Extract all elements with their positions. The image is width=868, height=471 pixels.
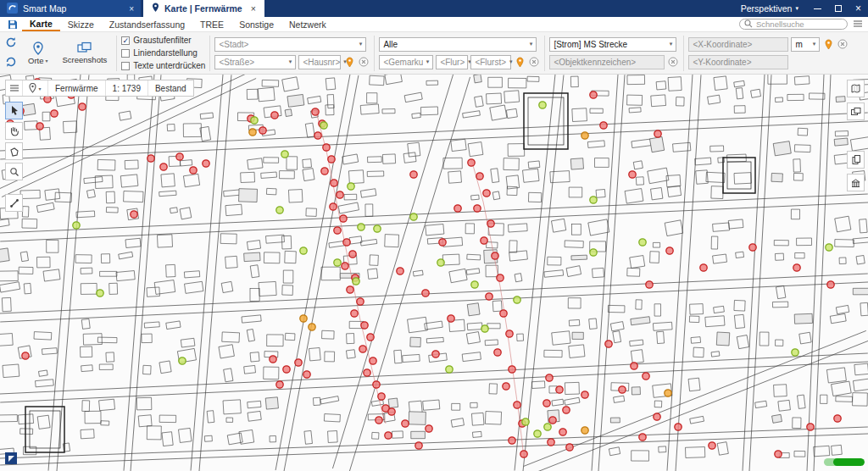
perspectives-menu[interactable]: Perspektiven ▾: [741, 3, 798, 14]
app-tab[interactable]: Smart Map ×: [0, 0, 141, 17]
chevron-down-icon: ▾: [795, 5, 798, 12]
search-icon: [744, 19, 753, 30]
orte-button[interactable]: Orte▾: [23, 34, 53, 73]
polygon-select-tool-button[interactable]: [5, 142, 23, 160]
doc-tab-close-icon[interactable]: ×: [251, 3, 256, 14]
perspectives-label: Perspektiven: [741, 3, 793, 14]
search-input[interactable]: [756, 19, 843, 29]
sync-button[interactable]: [5, 56, 17, 69]
quick-save-button[interactable]: [3, 17, 22, 31]
main-toolbar: Orte▾ Screenshots ✓ Graustufenfilter Lin…: [0, 32, 868, 75]
flur-dropdown[interactable]: <Flur> ▾: [436, 55, 468, 69]
chevron-down-icon: ▾: [813, 41, 816, 47]
ribbon-tab-bar: Karte Skizze Zustandserfassung TREE Sons…: [0, 17, 868, 32]
flurst-dropdown[interactable]: <Flurst> ▾: [470, 55, 511, 69]
map-pin-dropdown[interactable]: ▾: [23, 80, 48, 96]
progress-fill: [833, 458, 865, 466]
chevron-down-icon: ▾: [509, 58, 513, 65]
ribbon-menu-icon[interactable]: [853, 19, 863, 30]
app-logo-icon: [7, 3, 18, 15]
measure-tool-button[interactable]: [5, 194, 23, 212]
tab-label: TREE: [200, 19, 224, 30]
checkbox-label: Graustufenfilter: [133, 36, 191, 45]
locate-coordinate-button[interactable]: [822, 39, 834, 50]
map-drawing[interactable]: [0, 75, 868, 471]
clear-objekt-button[interactable]: [667, 57, 679, 67]
hausnr-dropdown[interactable]: <Hausnr> ▾: [298, 55, 341, 69]
checkbox-box[interactable]: [121, 49, 130, 58]
map-menu-button[interactable]: [6, 80, 23, 96]
chevron-down-icon: ▾: [530, 41, 533, 47]
locate-parcel-button[interactable]: [514, 57, 526, 68]
ribbon-tab-tree[interactable]: TREE: [192, 17, 231, 31]
chevron-down-icon: ▾: [426, 58, 430, 65]
tab-label: Sonstige: [239, 19, 274, 30]
strecke-value: [Strom] MS Strecke: [554, 40, 627, 49]
clear-parcel-button[interactable]: [528, 57, 540, 67]
app-tab-label: Smart Map: [23, 3, 66, 14]
refresh-button[interactable]: [5, 36, 17, 50]
objekt-placeholder: <Objektkennzeichen>: [554, 58, 636, 67]
map-tool-column: [5, 102, 23, 212]
strecke-dropdown[interactable]: [Strom] MS Strecke ▾: [549, 37, 676, 52]
checkbox-box[interactable]: [121, 62, 130, 70]
checkbox-box[interactable]: ✓: [121, 36, 130, 45]
clear-coordinate-button[interactable]: [837, 39, 849, 49]
copy-view-button[interactable]: [847, 151, 865, 169]
doc-tab-label: Karte | Fernwärme: [164, 3, 242, 14]
ribbon-tab-karte[interactable]: Karte: [22, 17, 60, 31]
y-koordinate-field[interactable]: <Y-Koordinate>: [688, 55, 788, 69]
progress-bar: [824, 458, 865, 466]
x-koordinate-field[interactable]: <X-Koordinate>: [688, 37, 788, 52]
quick-search: [739, 19, 848, 30]
ribbon-tab-sonstige[interactable]: Sonstige: [231, 17, 281, 31]
building-layer-button[interactable]: [847, 174, 865, 191]
zoom-tool-button[interactable]: [5, 163, 23, 180]
map-sheet-button[interactable]: [847, 80, 865, 97]
locate-address-button[interactable]: [343, 57, 355, 68]
stadt-dropdown[interactable]: <Stadt> ▾: [214, 37, 366, 52]
windows-button[interactable]: [847, 103, 865, 120]
ribbon-tab-skizze[interactable]: Skizze: [60, 17, 102, 31]
maximize-button[interactable]: [835, 5, 842, 12]
texte-unterdruecken-checkbox[interactable]: Texte unterdrücken: [121, 61, 205, 71]
chevron-down-icon: ▾: [289, 58, 292, 65]
screenshots-button[interactable]: Screenshots: [58, 34, 113, 73]
strasse-placeholder: <Straße>: [219, 58, 254, 67]
alle-value: Alle: [383, 40, 398, 49]
map-canvas[interactable]: ▾ Fernwärme 1: 1739 Bestand: [0, 75, 868, 471]
select-tool-button[interactable]: [5, 102, 23, 119]
close-button[interactable]: ×: [855, 3, 861, 14]
map-top-strip: ▾ Fernwärme 1: 1739 Bestand: [5, 80, 194, 97]
liniendarstellung-checkbox[interactable]: Liniendarstellung: [121, 48, 205, 58]
stadt-placeholder: <Stadt>: [219, 40, 248, 49]
graustufenfilter-checkbox[interactable]: ✓ Graustufenfilter: [121, 36, 205, 46]
unit-value: m: [795, 40, 802, 49]
gemarkung-placeholder: <Gemarkung>: [383, 58, 422, 67]
minimize-button[interactable]: [814, 8, 821, 9]
chevron-down-icon: ▾: [670, 41, 673, 47]
checkbox-label: Liniendarstellung: [133, 48, 198, 58]
flur-placeholder: <Flur>: [440, 58, 465, 67]
chevron-down-icon: ▾: [45, 58, 47, 64]
tab-label: Karte: [30, 19, 53, 29]
map-pin-icon: [152, 3, 159, 14]
layer-label: Fernwärme: [48, 80, 106, 96]
flurst-placeholder: <Flurst>: [475, 58, 506, 67]
chevron-down-icon: ▾: [38, 86, 41, 91]
objektkennzeichen-field[interactable]: <Objektkennzeichen>: [549, 55, 665, 69]
ribbon-tab-zustandserfassung[interactable]: Zustandserfassung: [102, 17, 192, 31]
strasse-dropdown[interactable]: <Straße> ▾: [214, 55, 296, 69]
orte-label: Orte: [28, 56, 43, 65]
map-corner-button[interactable]: [5, 452, 17, 464]
clear-address-button[interactable]: [358, 57, 370, 67]
unit-dropdown[interactable]: m ▾: [791, 37, 820, 52]
chevron-down-icon: ▾: [359, 41, 363, 47]
doc-tab[interactable]: Karte | Fernwärme ×: [143, 0, 264, 17]
app-tab-close-icon[interactable]: ×: [129, 4, 134, 14]
alle-dropdown[interactable]: Alle ▾: [379, 37, 537, 52]
scale-label: 1: 1739: [106, 80, 148, 96]
gemarkung-dropdown[interactable]: <Gemarkung> ▾: [379, 55, 433, 69]
pan-tool-button[interactable]: [5, 122, 23, 140]
ribbon-tab-netzwerk[interactable]: Netzwerk: [281, 17, 334, 31]
